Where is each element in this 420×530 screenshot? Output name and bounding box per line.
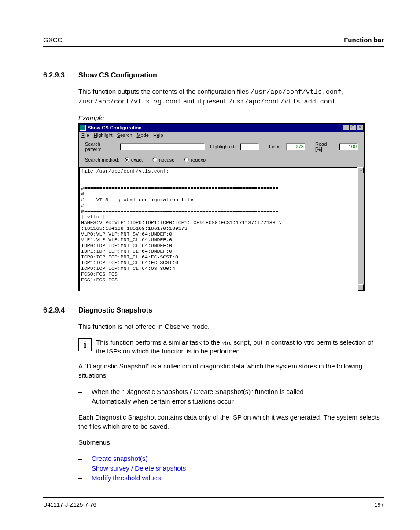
link-create-snapshot[interactable]: Create snapshot(s) <box>92 455 148 462</box>
code-path: /usr/apc/conf/vtls_add.conf <box>229 98 336 106</box>
example-label: Example <box>78 114 384 121</box>
section-number: 6.2.9.4 <box>43 306 78 314</box>
toolbar-area: Search pattern: Highlighted: Lines: 278 … <box>79 139 364 167</box>
section-title: Diagnostic Snapshots <box>78 306 152 314</box>
section-number: 6.2.9.3 <box>43 71 78 79</box>
radio-dot-icon <box>152 157 157 162</box>
search-method-label: Search method: <box>85 157 119 162</box>
lines-label: Lines: <box>269 144 282 149</box>
info-icon: i <box>78 338 92 351</box>
cs-config-window: Show CS Configuration _ □ × File Highlig… <box>78 123 365 291</box>
radio-exact[interactable]: exact <box>125 157 143 162</box>
lines-value: 278 <box>286 143 305 150</box>
page-header: GXCC Function bar <box>43 36 384 47</box>
code-path: /usr/apc/conf/vtls_vg.conf <box>78 98 181 106</box>
window-title: Show CS Configuration <box>88 125 342 130</box>
code-path: /usr/apc/conf/vtls.conf <box>251 88 342 96</box>
info-text: This function performs a similar task to… <box>96 338 384 356</box>
section-heading: 6.2.9.3 Show CS Configuration <box>43 71 384 79</box>
window-titlebar[interactable]: Show CS Configuration _ □ × <box>79 124 364 132</box>
section2-p1: This function is not offered in Observe … <box>78 322 384 331</box>
section-title: Show CS Configuration <box>78 71 157 79</box>
minimize-button[interactable]: _ <box>343 125 349 130</box>
list-item: Automatically when certain error situati… <box>78 397 384 406</box>
radio-regexp[interactable]: regexp <box>184 157 206 162</box>
read-value: 100 <box>339 143 358 150</box>
submenu-list: Create snapshot(s) Show survey / Delete … <box>78 454 384 482</box>
info-callout: i This function performs a similar task … <box>78 338 384 356</box>
menu-search[interactable]: Search <box>117 132 133 138</box>
footer-page-number: 197 <box>374 501 384 508</box>
menu-bar: File Highlight Search Mode Help <box>79 132 364 139</box>
header-right: Function bar <box>344 36 384 44</box>
section1-paragraph: This function outputs the contents of th… <box>78 87 384 107</box>
search-pattern-input[interactable] <box>120 143 205 150</box>
list-item: Create snapshot(s) <box>78 454 384 464</box>
list-item: Modify threshold values <box>78 473 384 483</box>
read-label: Read [%]: <box>315 141 335 152</box>
situation-list: When the "Diagnostic Snapshots / Create … <box>78 387 384 406</box>
header-left: GXCC <box>43 36 62 44</box>
search-pattern-label: Search pattern: <box>85 141 115 152</box>
menu-highlight[interactable]: Highlight <box>94 132 113 138</box>
radio-dot-icon <box>125 157 129 162</box>
page-footer: U41117-J-Z125-7-76 197 <box>43 497 384 508</box>
close-button[interactable]: × <box>357 125 363 130</box>
section2-p3: Each Diagnostic Snapshot contains data o… <box>78 413 384 431</box>
submenus-label: Submenus: <box>78 438 384 447</box>
maximize-button[interactable]: □ <box>350 125 356 130</box>
section-heading: 6.2.9.4 Diagnostic Snapshots <box>43 306 384 314</box>
highlighted-value <box>240 143 259 150</box>
menu-help[interactable]: Help <box>153 132 163 138</box>
radio-nocase[interactable]: nocase <box>152 157 174 162</box>
radio-dot-icon <box>184 157 189 162</box>
list-item: Show survey / Delete snapshots <box>78 464 384 473</box>
list-item: When the "Diagnostic Snapshots / Create … <box>78 387 384 397</box>
config-textarea[interactable]: file /usr/apc/conf/vtls.conf: ----------… <box>79 167 357 291</box>
scroll-up-button[interactable]: ▴ <box>358 167 364 173</box>
scroll-down-button[interactable]: ▾ <box>358 284 364 291</box>
footer-docid: U41117-J-Z125-7-76 <box>43 501 96 508</box>
menu-mode[interactable]: Mode <box>136 132 149 138</box>
link-modify-threshold[interactable]: Modify threshold values <box>92 474 161 482</box>
vertical-scrollbar[interactable]: ▴ ▾ <box>357 167 364 291</box>
link-show-survey[interactable]: Show survey / Delete snapshots <box>92 464 186 472</box>
menu-file[interactable]: File <box>81 132 89 138</box>
vtrc-term: vtrc <box>222 339 232 346</box>
section2-p2: A "Diagnostic Snapshot" is a collection … <box>78 362 384 380</box>
highlighted-label: Highlighted: <box>210 144 236 149</box>
window-icon <box>80 125 86 131</box>
